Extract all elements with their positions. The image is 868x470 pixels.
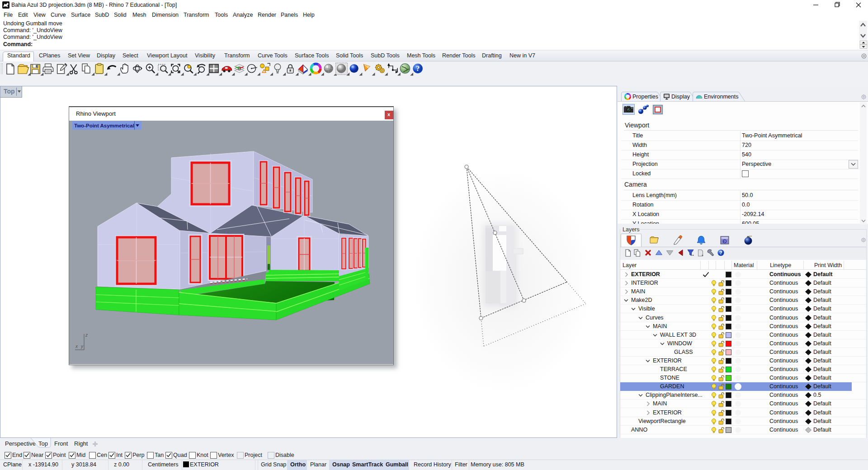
svg-text:?: ? [719,250,722,255]
svg-text:y: y [80,344,84,349]
svg-text:?: ? [724,240,726,244]
svg-text:z: z [85,333,88,338]
svg-text:x: x [75,344,78,349]
